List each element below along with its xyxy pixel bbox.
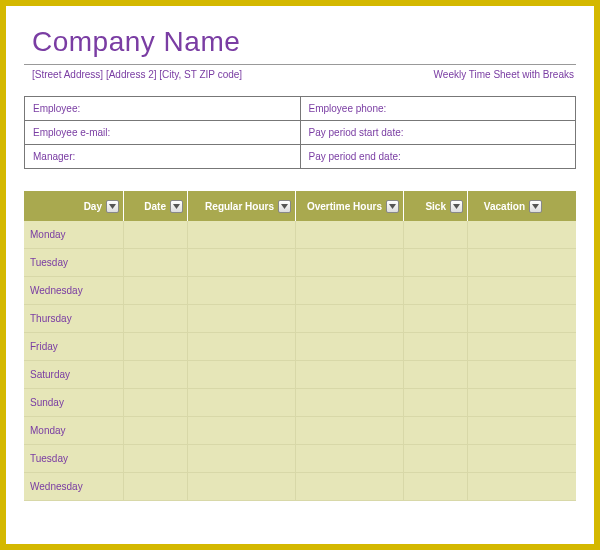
cell-regular[interactable]: [188, 361, 296, 388]
cell-date[interactable]: [124, 221, 188, 248]
cell-sick[interactable]: [404, 249, 468, 276]
cell-regular[interactable]: [188, 305, 296, 332]
cell-date[interactable]: [124, 277, 188, 304]
col-sick-label: Sick: [425, 201, 446, 212]
table-row: Thursday: [24, 305, 576, 333]
col-vacation: Vacation: [468, 191, 546, 221]
col-day-label: Day: [84, 201, 102, 212]
filter-sick-button[interactable]: [450, 200, 463, 213]
info-manager-label: Manager:: [25, 145, 301, 169]
table-row: Saturday: [24, 361, 576, 389]
cell-vacation[interactable]: [468, 249, 546, 276]
col-date-label: Date: [144, 201, 166, 212]
chevron-down-icon: [532, 204, 539, 209]
cell-vacation[interactable]: [468, 221, 546, 248]
chevron-down-icon: [389, 204, 396, 209]
svg-marker-1: [173, 204, 180, 209]
cell-sick[interactable]: [404, 361, 468, 388]
cell-vacation[interactable]: [468, 277, 546, 304]
col-date: Date: [124, 191, 188, 221]
cell-regular[interactable]: [188, 417, 296, 444]
cell-sick[interactable]: [404, 221, 468, 248]
cell-day[interactable]: Saturday: [24, 361, 124, 388]
cell-day[interactable]: Wednesday: [24, 473, 124, 500]
cell-sick[interactable]: [404, 389, 468, 416]
info-table: Employee: Employee phone: Employee e-mai…: [24, 96, 576, 169]
cell-vacation[interactable]: [468, 445, 546, 472]
cell-regular[interactable]: [188, 249, 296, 276]
title-divider: [24, 64, 576, 65]
cell-vacation[interactable]: [468, 333, 546, 360]
cell-regular[interactable]: [188, 221, 296, 248]
cell-day[interactable]: Thursday: [24, 305, 124, 332]
svg-marker-0: [109, 204, 116, 209]
chevron-down-icon: [173, 204, 180, 209]
cell-date[interactable]: [124, 305, 188, 332]
chevron-down-icon: [453, 204, 460, 209]
cell-date[interactable]: [124, 333, 188, 360]
table-row: Friday: [24, 333, 576, 361]
table-row: Wednesday: [24, 473, 576, 501]
cell-regular[interactable]: [188, 445, 296, 472]
col-regular: Regular Hours: [188, 191, 296, 221]
svg-marker-3: [389, 204, 396, 209]
cell-regular[interactable]: [188, 473, 296, 500]
svg-marker-2: [281, 204, 288, 209]
cell-sick[interactable]: [404, 277, 468, 304]
cell-overtime[interactable]: [296, 445, 404, 472]
cell-date[interactable]: [124, 417, 188, 444]
cell-overtime[interactable]: [296, 277, 404, 304]
cell-day[interactable]: Wednesday: [24, 277, 124, 304]
cell-vacation[interactable]: [468, 417, 546, 444]
cell-vacation[interactable]: [468, 389, 546, 416]
info-employee-email-label: Employee e-mail:: [25, 121, 301, 145]
cell-day[interactable]: Monday: [24, 417, 124, 444]
cell-regular[interactable]: [188, 277, 296, 304]
cell-regular[interactable]: [188, 333, 296, 360]
cell-sick[interactable]: [404, 445, 468, 472]
cell-overtime[interactable]: [296, 473, 404, 500]
timesheet-body: Monday Tuesday Wednesday Thursday Friday: [24, 221, 576, 501]
cell-overtime[interactable]: [296, 305, 404, 332]
filter-regular-button[interactable]: [278, 200, 291, 213]
info-employee-label: Employee:: [25, 97, 301, 121]
cell-day[interactable]: Friday: [24, 333, 124, 360]
cell-date[interactable]: [124, 361, 188, 388]
col-regular-label: Regular Hours: [205, 201, 274, 212]
filter-day-button[interactable]: [106, 200, 119, 213]
cell-date[interactable]: [124, 473, 188, 500]
cell-overtime[interactable]: [296, 361, 404, 388]
cell-day[interactable]: Tuesday: [24, 445, 124, 472]
cell-day[interactable]: Monday: [24, 221, 124, 248]
col-day: Day: [24, 191, 124, 221]
table-row: Monday: [24, 221, 576, 249]
table-row: Wednesday: [24, 277, 576, 305]
svg-marker-4: [453, 204, 460, 209]
info-pay-end-label: Pay period end date:: [300, 145, 576, 169]
col-vacation-label: Vacation: [484, 201, 525, 212]
cell-regular[interactable]: [188, 389, 296, 416]
cell-vacation[interactable]: [468, 305, 546, 332]
address-line: [Street Address] [Address 2] [City, ST Z…: [32, 69, 242, 80]
filter-vacation-button[interactable]: [529, 200, 542, 213]
cell-overtime[interactable]: [296, 417, 404, 444]
cell-overtime[interactable]: [296, 389, 404, 416]
cell-day[interactable]: Tuesday: [24, 249, 124, 276]
filter-date-button[interactable]: [170, 200, 183, 213]
table-row: Sunday: [24, 389, 576, 417]
cell-sick[interactable]: [404, 417, 468, 444]
cell-vacation[interactable]: [468, 473, 546, 500]
cell-vacation[interactable]: [468, 361, 546, 388]
cell-date[interactable]: [124, 445, 188, 472]
cell-overtime[interactable]: [296, 249, 404, 276]
cell-day[interactable]: Sunday: [24, 389, 124, 416]
cell-sick[interactable]: [404, 473, 468, 500]
cell-date[interactable]: [124, 249, 188, 276]
filter-overtime-button[interactable]: [386, 200, 399, 213]
cell-date[interactable]: [124, 389, 188, 416]
table-row: Tuesday: [24, 249, 576, 277]
cell-sick[interactable]: [404, 333, 468, 360]
cell-sick[interactable]: [404, 305, 468, 332]
cell-overtime[interactable]: [296, 333, 404, 360]
cell-overtime[interactable]: [296, 221, 404, 248]
